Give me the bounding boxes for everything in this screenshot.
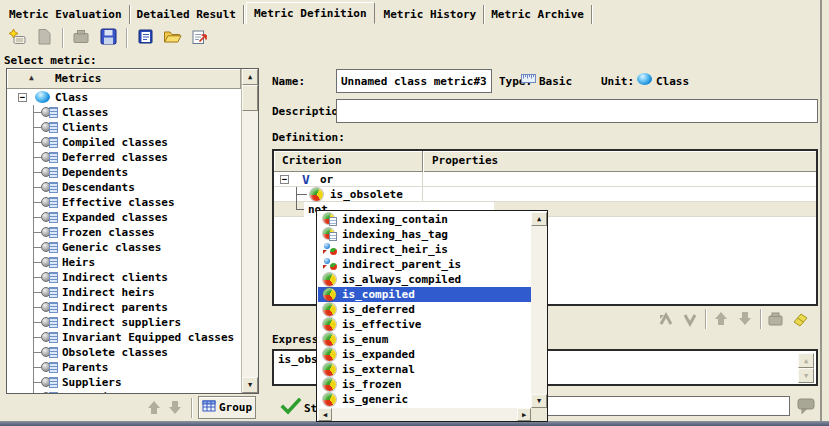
actions-separator — [760, 309, 761, 329]
group-toggle-button[interactable]: Group — [198, 396, 256, 419]
tree-column-header[interactable]: ▲ Metrics — [7, 69, 241, 89]
erase-criterion-button[interactable] — [788, 310, 812, 328]
tree-item-class[interactable]: −Class — [7, 90, 241, 105]
scroll-left-icon[interactable]: ◀ — [318, 408, 332, 421]
tab-metric-definition[interactable]: Metric Definition — [246, 2, 375, 24]
delete-metric-button[interactable] — [70, 27, 92, 49]
comment-bubble-icon[interactable] — [797, 398, 816, 417]
dropdown-item[interactable]: is_deferred — [318, 302, 531, 317]
tree-item[interactable]: Deferred classes — [7, 150, 241, 165]
scroll-up-icon[interactable]: ▲ — [798, 353, 814, 368]
metric-icon — [41, 226, 60, 239]
dropdown-item[interactable]: is_always_compiled — [318, 272, 531, 287]
move-criterion-down-button[interactable] — [733, 310, 757, 328]
dropdown-item[interactable]: is_frozen — [318, 377, 531, 392]
dropdown-item[interactable]: is_external — [318, 362, 531, 377]
tree-item[interactable]: Clients — [7, 120, 241, 135]
tree-item[interactable]: Obsolete classes — [7, 345, 241, 360]
group-grid-icon — [202, 400, 217, 416]
scroll-right-icon[interactable]: ▶ — [517, 408, 531, 421]
name-label: Name: — [272, 75, 305, 88]
collapse-icon[interactable]: − — [18, 93, 27, 102]
insert-and-criterion-button[interactable] — [654, 310, 678, 328]
tab-metric-evaluation[interactable]: Metric Evaluation — [2, 5, 130, 24]
description-input[interactable] — [336, 99, 818, 123]
copy-metric-button[interactable] — [33, 27, 55, 49]
insert-or-criterion-button[interactable] — [678, 310, 702, 328]
scroll-up-icon[interactable]: ▲ — [531, 212, 547, 226]
dropdown-item[interactable]: indirect_parent_is — [318, 257, 531, 272]
dropdown-vertical-scrollbar[interactable]: ▲ ▼ — [531, 212, 547, 408]
dropdown-item[interactable]: is_generic — [318, 392, 531, 407]
dropdown-horizontal-scrollbar[interactable]: ◀ ▶ — [318, 408, 531, 421]
open-metric-file-button[interactable] — [161, 27, 183, 49]
metric-icon — [41, 376, 60, 389]
tab-detailed-result[interactable]: Detailed Result — [130, 5, 244, 24]
tree-item[interactable]: Dependents — [7, 165, 241, 180]
tree-item[interactable]: Indirect heirs — [7, 285, 241, 300]
scroll-down-icon[interactable]: ▼ — [531, 394, 547, 408]
criterion-column-header[interactable]: Criterion — [282, 154, 342, 167]
tree-item[interactable]: Effective classes — [7, 195, 241, 210]
column-divider[interactable] — [422, 151, 423, 172]
tab-metric-archive[interactable]: Metric Archive — [484, 5, 592, 24]
tree-item[interactable]: Invariant Equipped classes — [7, 330, 241, 345]
metric-icon — [41, 346, 60, 359]
metric-icon — [41, 166, 60, 179]
tree-item[interactable]: Parents — [7, 360, 241, 375]
tree-scrollbar[interactable]: ▲ ▼ — [241, 69, 258, 393]
scroll-down-icon[interactable]: ▼ — [798, 368, 814, 383]
grid-header: Criterion Properties — [274, 151, 816, 172]
save-metric-button[interactable] — [97, 27, 119, 49]
tree-item[interactable]: Classes — [7, 105, 241, 120]
tree-item[interactable]: Indirect suppliers — [7, 315, 241, 330]
move-metric-up-button[interactable] — [145, 399, 163, 416]
scroll-down-icon[interactable]: ▼ — [242, 377, 258, 393]
definition-label: Definition: — [272, 131, 345, 144]
name-input[interactable] — [336, 69, 492, 93]
properties-column-header[interactable]: Properties — [432, 154, 498, 167]
tree-item[interactable]: Indirect clients — [7, 270, 241, 285]
move-metric-down-button[interactable] — [166, 399, 184, 416]
move-criterion-up-button[interactable] — [709, 310, 733, 328]
criterion-row-is-obsolete[interactable]: is_obsolete — [274, 187, 816, 202]
scrollbar-thumb[interactable] — [242, 85, 258, 111]
metric-icon — [41, 151, 60, 164]
dropdown-item[interactable]: indirect_heir_is — [318, 242, 531, 257]
tree-item[interactable]: Frozen classes — [7, 225, 241, 240]
dropdown-item[interactable]: is_effective — [318, 317, 531, 332]
relation-criterion-icon — [323, 258, 337, 271]
actions-separator — [705, 309, 706, 329]
tree-item[interactable]: Descendants — [7, 180, 241, 195]
tree-item[interactable]: Heirs — [7, 255, 241, 270]
dropdown-item[interactable]: indexing_has_tag — [318, 227, 531, 242]
export-metrics-button[interactable] — [188, 27, 210, 49]
tree-item[interactable]: Compiled classes — [7, 135, 241, 150]
metric-icon — [41, 301, 60, 314]
criterion-pie-icon — [323, 303, 336, 316]
tree-connector — [296, 209, 304, 210]
tree-connector — [296, 194, 307, 195]
criterion-pie-icon — [323, 288, 336, 301]
dropdown-item-selected[interactable]: is_compiled — [318, 287, 531, 302]
dropdown-item[interactable]: is_expanded — [318, 347, 531, 362]
dropdown-item[interactable]: is_enum — [318, 332, 531, 347]
or-operator-icon: V — [302, 172, 310, 187]
type-value: Basic — [539, 75, 572, 88]
delete-criterion-button[interactable] — [764, 310, 788, 328]
criterion-row-or[interactable]: − V or — [274, 172, 816, 187]
tree-item-clipped[interactable]: Uncompiled classes — [7, 390, 241, 393]
tree-item[interactable]: Generic classes — [7, 240, 241, 255]
tree-item[interactable]: Indirect parents — [7, 300, 241, 315]
tree-item[interactable]: Expanded classes — [7, 210, 241, 225]
scroll-up-icon[interactable]: ▲ — [242, 69, 258, 85]
tree-item[interactable]: Suppliers — [7, 375, 241, 390]
dropdown-item[interactable]: indexing_contain — [318, 212, 531, 227]
collapse-icon[interactable]: − — [280, 175, 289, 184]
new-metric-button[interactable] — [6, 27, 28, 49]
tab-metric-history[interactable]: Metric History — [377, 5, 485, 24]
select-metric-label: Select metric: — [4, 54, 97, 67]
and-icon — [657, 311, 675, 327]
import-metrics-button[interactable] — [134, 27, 156, 49]
tree-connector — [296, 187, 297, 210]
